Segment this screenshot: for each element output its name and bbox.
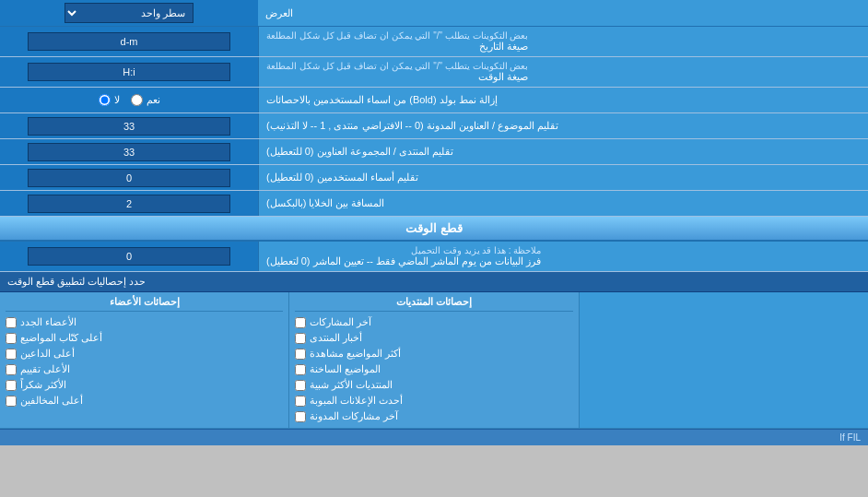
display-label: العرض [258, 0, 868, 26]
checkbox-item: أعلى المخالفين [6, 393, 283, 408]
trim-forum-cell [0, 139, 258, 164]
filter-cell [0, 242, 258, 271]
time-format-row: بعض التكوينات يتطلب "/" التي يمكن ان تضا… [0, 57, 868, 88]
trim-subject-label: تقليم الموضوع / العناوين المدونة (0 -- ا… [258, 113, 868, 138]
checkbox-item: آخر مشاركات المدونة [295, 408, 572, 424]
trim-users-cell [0, 165, 258, 190]
checkbox-top-inviters[interactable] [6, 349, 17, 360]
checkbox-last-posts[interactable] [295, 317, 306, 328]
checkbox-item: المواضيع الساخنة [295, 361, 572, 377]
checkbox-most-viewed[interactable] [295, 349, 306, 360]
filter-label: ملاحظة : هذا قد يزيد وقت التحميل فرز الب… [258, 242, 868, 271]
checkbox-top-rated[interactable] [6, 364, 17, 375]
forum-stats-col: إحصائات المنتديات آخر المشاركات أخبار ال… [288, 292, 578, 428]
filter-input[interactable] [28, 247, 230, 266]
trim-users-label: تقليم أسماء المستخدمين (0 للتعطيل) [258, 165, 868, 190]
filter-row: ملاحظة : هذا قد يزيد وقت التحميل فرز الب… [0, 242, 868, 272]
checkbox-item: أعلى الداعين [6, 346, 283, 361]
radio-yes-label[interactable]: نعم [131, 94, 160, 106]
checkbox-top-writers[interactable] [6, 333, 17, 344]
forum-stats-header: إحصائات المنتديات [295, 296, 572, 312]
date-format-row: بعض التكوينات يتطلب "/" التي يمكن ان تضا… [0, 27, 868, 57]
checkbox-hot-topics[interactable] [295, 364, 306, 375]
line-select[interactable]: سطر واحد سطرين ثلاثة اسطر [65, 3, 194, 23]
checkboxes-grid: إحصائات المنتديات آخر المشاركات أخبار ال… [0, 292, 868, 429]
checkbox-item: المنتديات الأكثر شبية [295, 377, 572, 393]
time-label: بعض التكوينات يتطلب "/" التي يمكن ان تضا… [258, 57, 868, 87]
date-format-input[interactable] [28, 32, 230, 51]
radio-yes[interactable] [131, 94, 143, 106]
radio-no-label[interactable]: لا [99, 94, 120, 106]
checkbox-item: الأعلى تقييم [6, 361, 283, 377]
checkbox-item: الأعضاء الجدد [6, 314, 283, 330]
cell-spacing-row: المسافة بين الخلايا (بالبكسل) [0, 191, 868, 217]
checkbox-top-violators[interactable] [6, 396, 17, 407]
trim-subject-input[interactable] [28, 117, 230, 136]
main-container: العرض سطر واحد سطرين ثلاثة اسطر بعض التك… [0, 0, 868, 445]
trim-forum-input[interactable] [28, 143, 230, 161]
trim-users-row: تقليم أسماء المستخدمين (0 للتعطيل) [0, 165, 868, 191]
trim-subject-row: تقليم الموضوع / العناوين المدونة (0 -- ا… [0, 113, 868, 139]
radio-no[interactable] [99, 94, 111, 106]
time-input-cell [0, 57, 258, 87]
bold-label: إزالة نمط بولد (Bold) من اسماء المستخدمي… [258, 88, 868, 112]
member-stats-header: إحصائات الأعضاء [6, 296, 283, 312]
bottom-note: If FIL [0, 429, 868, 445]
bold-row: إزالة نمط بولد (Bold) من اسماء المستخدمي… [0, 88, 868, 113]
trim-subject-cell [0, 113, 258, 138]
checkbox-item: آخر المشاركات [295, 314, 572, 330]
checkbox-latest-ads[interactable] [295, 396, 306, 407]
trim-forum-row: تقليم المنتدى / المجموعة العناوين (0 للت… [0, 139, 868, 165]
section2-header: قطع الوقت [0, 217, 868, 242]
checkbox-item: أكثر المواضيع مشاهدة [295, 346, 572, 361]
checkbox-new-members[interactable] [6, 317, 17, 328]
date-input-cell [0, 27, 258, 56]
checkbox-blog-posts[interactable] [295, 411, 306, 422]
trim-users-input[interactable] [28, 169, 230, 187]
checkbox-item: الأكثر شكراً [6, 377, 283, 393]
stats-limit-label-col [579, 292, 868, 428]
bold-radio-cell: نعم لا [0, 88, 258, 112]
cell-spacing-label: المسافة بين الخلايا (بالبكسل) [258, 191, 868, 216]
time-format-input[interactable] [28, 63, 230, 81]
member-stats-col: إحصائات الأعضاء الأعضاء الجدد أعلى كتّاب… [0, 292, 288, 428]
checkbox-item: أخبار المنتدى [295, 330, 572, 346]
top-row: العرض سطر واحد سطرين ثلاثة اسطر [0, 0, 868, 27]
select-cell: سطر واحد سطرين ثلاثة اسطر [0, 0, 258, 26]
checkbox-most-thanked[interactable] [6, 380, 17, 391]
trim-forum-label: تقليم المنتدى / المجموعة العناوين (0 للت… [258, 139, 868, 164]
date-label: بعض التكوينات يتطلب "/" التي يمكن ان تضا… [258, 27, 868, 56]
stats-header: حدد إحصاليات لتطبيق قطع الوقت [0, 272, 868, 292]
cell-spacing-cell [0, 191, 258, 216]
checkbox-item: أحدث الإعلانات المبوبة [295, 393, 572, 408]
cell-spacing-input[interactable] [28, 195, 230, 213]
checkbox-item: أعلى كتّاب المواضيع [6, 330, 283, 346]
checkbox-popular-forums[interactable] [295, 380, 306, 391]
checkbox-forum-news[interactable] [295, 333, 306, 344]
